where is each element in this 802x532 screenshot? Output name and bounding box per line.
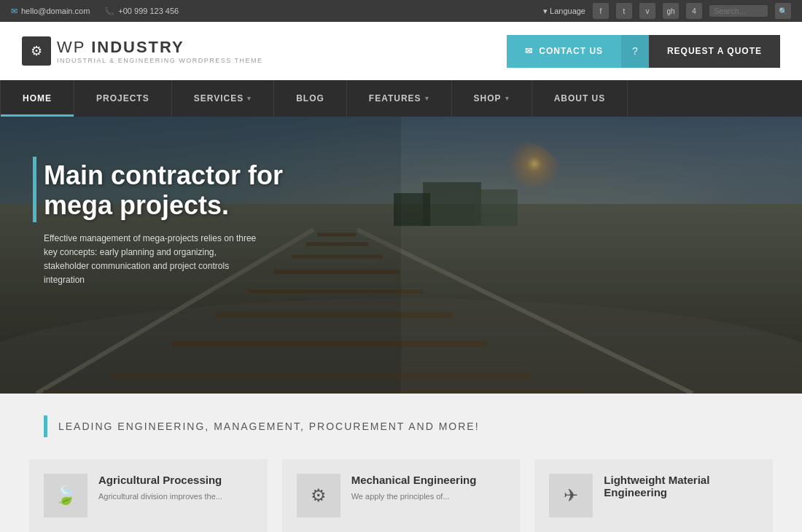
mechanical-desc: We apply the principles of... bbox=[351, 490, 477, 503]
email-icon: ✉ bbox=[11, 7, 17, 16]
lightweight-text: Lightweight Material Engineering bbox=[604, 474, 758, 503]
services-section: 🍃 Agricultural Processing Agricultural d… bbox=[0, 459, 802, 532]
logo-icon: ⚙ bbox=[22, 36, 51, 66]
tagline-accent-bar bbox=[44, 415, 47, 437]
service-card-agricultural[interactable]: 🍃 Agricultural Processing Agricultural d… bbox=[29, 459, 268, 532]
contact-us-button[interactable]: ✉ CONTACT US bbox=[507, 35, 621, 68]
hero-title: Main contractor for mega projects. bbox=[44, 160, 350, 221]
header-buttons: ✉ CONTACT US ? REQUEST A QUOTE bbox=[507, 35, 780, 68]
foursquare-icon[interactable]: 4 bbox=[686, 3, 702, 19]
nav-about[interactable]: ABOUT US bbox=[532, 80, 628, 117]
lightweight-icon-box: ✈ bbox=[549, 474, 593, 517]
github-icon[interactable]: gh bbox=[663, 3, 679, 19]
email-text: hello@domain.com bbox=[21, 7, 90, 15]
mechanical-icon-box: ⚙ bbox=[297, 474, 340, 517]
mechanical-title: Mechanical Engineering bbox=[351, 474, 477, 486]
phone-contact[interactable]: 📞 +00 999 123 456 bbox=[104, 7, 179, 16]
hero-section: Main contractor for mega projects. Effec… bbox=[0, 117, 802, 394]
nav-projects[interactable]: PROJECTS bbox=[74, 80, 172, 117]
logo-tagline: INDUSTRIAL & ENGINEERING WORDPRESS THEME bbox=[57, 57, 263, 64]
nav-shop[interactable]: SHOP ▾ bbox=[452, 80, 532, 117]
hero-accent-bar bbox=[33, 157, 36, 222]
nav-features[interactable]: FEATURES ▾ bbox=[347, 80, 452, 117]
topbar-left: ✉ hello@domain.com 📞 +00 999 123 456 bbox=[11, 7, 179, 16]
shop-arrow: ▾ bbox=[505, 95, 510, 102]
envelope-icon: ✉ bbox=[525, 46, 533, 56]
service-card-mechanical[interactable]: ⚙ Mechanical Engineering We apply the pr… bbox=[282, 459, 521, 532]
services-arrow: ▾ bbox=[247, 95, 252, 102]
language-selector[interactable]: ▾ Language bbox=[543, 7, 585, 16]
facebook-icon[interactable]: f bbox=[593, 3, 609, 19]
tagline-section: Leading engineering, management, procure… bbox=[0, 394, 802, 459]
search-input[interactable] bbox=[709, 5, 768, 17]
header: ⚙ WP INDUSTRY INDUSTRIAL & ENGINEERING W… bbox=[0, 22, 802, 80]
gear-icon: ⚙ bbox=[311, 485, 327, 506]
nav-services[interactable]: SERVICES ▾ bbox=[172, 80, 274, 117]
question-icon: ? bbox=[632, 45, 638, 57]
logo-brand: WP INDUSTRY bbox=[57, 38, 263, 57]
question-button[interactable]: ? bbox=[621, 35, 649, 68]
tagline-text: Leading engineering, management, procure… bbox=[58, 420, 480, 432]
service-card-lightweight[interactable]: ✈ Lightweight Material Engineering bbox=[534, 459, 773, 532]
topbar-right: ▾ Language f t v gh 4 🔍 bbox=[543, 3, 791, 19]
logo[interactable]: ⚙ WP INDUSTRY INDUSTRIAL & ENGINEERING W… bbox=[22, 36, 263, 66]
lightweight-title: Lightweight Material Engineering bbox=[604, 474, 758, 498]
email-contact[interactable]: ✉ hello@domain.com bbox=[11, 7, 90, 16]
hero-content: Main contractor for mega projects. Effec… bbox=[44, 160, 350, 288]
agricultural-text: Agricultural Processing Agricultural div… bbox=[98, 474, 222, 503]
leaf-icon: 🍃 bbox=[55, 485, 77, 506]
vimeo-icon[interactable]: v bbox=[639, 3, 655, 19]
agricultural-title: Agricultural Processing bbox=[98, 474, 222, 486]
topbar: ✉ hello@domain.com 📞 +00 999 123 456 ▾ L… bbox=[0, 0, 802, 22]
logo-text: WP INDUSTRY INDUSTRIAL & ENGINEERING WOR… bbox=[57, 38, 263, 64]
plane-icon: ✈ bbox=[564, 485, 578, 506]
request-quote-button[interactable]: REQUEST A QUOTE bbox=[649, 35, 780, 68]
phone-icon: 📞 bbox=[104, 7, 114, 16]
nav-blog[interactable]: BLOG bbox=[274, 80, 347, 117]
main-nav: HOME PROJECTS SERVICES ▾ BLOG FEATURES ▾… bbox=[0, 80, 802, 117]
features-arrow: ▾ bbox=[425, 95, 429, 102]
search-icon[interactable]: 🔍 bbox=[775, 3, 791, 19]
phone-text: +00 999 123 456 bbox=[118, 7, 179, 15]
mechanical-text: Mechanical Engineering We apply the prin… bbox=[351, 474, 477, 503]
nav-home[interactable]: HOME bbox=[0, 80, 74, 117]
agricultural-desc: Agricultural division improves the... bbox=[98, 490, 222, 503]
agricultural-icon-box: 🍃 bbox=[44, 474, 87, 517]
twitter-icon[interactable]: t bbox=[616, 3, 632, 19]
hero-description: Effective management of mega-projects re… bbox=[44, 232, 262, 288]
